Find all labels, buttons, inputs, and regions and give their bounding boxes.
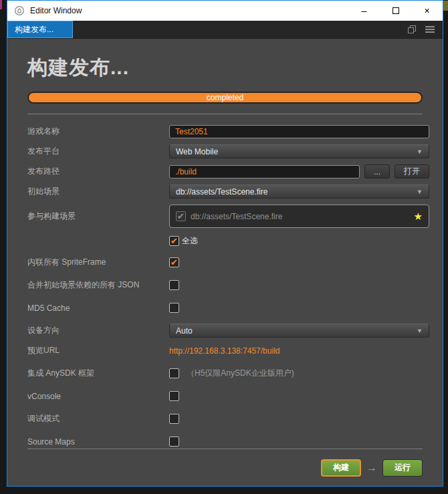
vconsole-checkbox[interactable] (169, 391, 179, 401)
window-controls: – × (348, 1, 443, 21)
row-build-path: 发布路径 ... 打开 (27, 164, 429, 178)
chevron-down-icon: ▼ (417, 148, 423, 155)
anysdk-label: 集成 AnySDK 框架 (27, 368, 169, 379)
inline-spriteframe-label: 内联所有 SpriteFrame (27, 257, 169, 268)
row-merge-json: 合并初始场景依赖的所有 JSON (27, 278, 429, 292)
row-vconsole: vConsole (27, 389, 429, 403)
scene-item-path: db://assets/TestScene.fire (191, 212, 414, 221)
debug-mode-label: 调试模式 (27, 413, 169, 424)
build-progress-bar: completed (27, 92, 423, 104)
divider-top (27, 114, 423, 114)
row-inline-spriteframe: 内联所有 SpriteFrame ✔ (27, 255, 429, 269)
tabbar-actions (408, 21, 443, 38)
select-all-checkbox[interactable]: ✔ (169, 236, 179, 246)
start-scene-selected-value: db://assets/TestScene.fire (176, 187, 267, 197)
panel-menu-icon[interactable] (425, 26, 435, 33)
minimize-icon: – (362, 5, 367, 16)
merge-json-label: 合并初始场景依赖的所有 JSON (27, 279, 169, 291)
row-anysdk: 集成 AnySDK 框架 （H5仅限AnySDK企业版用户) (27, 366, 429, 380)
game-name-label: 游戏名称 (27, 126, 169, 137)
background-accent-left (0, 0, 2, 9)
row-platform: 发布平台 Web Mobile ▼ (27, 144, 429, 158)
md5-cache-label: MD5 Cache (27, 303, 169, 313)
vconsole-label: vConsole (27, 392, 169, 401)
browse-path-button[interactable]: ... (364, 164, 390, 178)
run-button[interactable]: 运行 (382, 459, 423, 477)
md5-cache-checkbox[interactable] (169, 303, 179, 313)
check-icon: ✔ (177, 212, 185, 221)
scene-item-checkbox: ✔ (176, 211, 186, 221)
row-start-scene: 初始场景 db://assets/TestScene.fire ▼ (27, 184, 429, 199)
row-game-name: 游戏名称 (27, 124, 429, 138)
orientation-label: 设备方向 (27, 325, 169, 336)
close-button[interactable]: × (411, 1, 443, 21)
inline-spriteframe-checkbox[interactable]: ✔ (169, 257, 179, 267)
row-md5-cache: MD5 Cache (27, 301, 429, 315)
build-path-input[interactable] (169, 165, 360, 178)
progress-status-text: completed (207, 93, 243, 102)
platform-select[interactable]: Web Mobile ▼ (169, 144, 429, 158)
app-logo-icon (14, 5, 25, 16)
start-scene-select[interactable]: db://assets/TestScene.fire ▼ (169, 184, 429, 199)
scenes-label: 参与构建场景 (27, 211, 169, 222)
maximize-icon (393, 7, 399, 14)
anysdk-note: （H5仅限AnySDK企业版用户) (187, 368, 294, 379)
platform-selected-value: Web Mobile (176, 147, 218, 156)
scene-list-panel: ✔ db://assets/TestScene.fire ★ (169, 205, 429, 228)
orientation-select[interactable]: Auto ▼ (169, 324, 429, 338)
build-panel: 构建发布... completed 游戏名称 发布平台 Web Mobile ▼ (7, 39, 443, 449)
check-icon: ✔ (171, 237, 178, 245)
editor-window: Editor Window – × 构建发布... 构建发布... comple… (7, 0, 443, 487)
background-accent-right (443, 1, 448, 11)
tab-build-publish[interactable]: 构建发布... (7, 21, 73, 38)
row-preview-url: 预览URL http://192.168.3.138:7457/build (27, 344, 429, 358)
titlebar: Editor Window – × (7, 1, 443, 21)
build-settings-form: 游戏名称 发布平台 Web Mobile ▼ 发布路径 ... (27, 124, 429, 449)
debug-mode-checkbox[interactable] (169, 414, 179, 424)
maximize-button[interactable] (380, 1, 411, 21)
tab-bar: 构建发布... (7, 21, 443, 39)
preview-url-label: 预览URL (27, 345, 169, 356)
page-title: 构建发布... (27, 54, 429, 82)
preview-url-link[interactable]: http://192.168.3.138:7457/build (169, 346, 279, 356)
row-select-all: ✔ 全选 (27, 234, 429, 248)
merge-json-checkbox[interactable] (169, 280, 179, 290)
source-maps-label: Source Maps (27, 437, 169, 447)
window-title: Editor Window (30, 6, 82, 15)
build-path-label: 发布路径 (27, 166, 169, 177)
arrow-right-icon: → (366, 462, 377, 474)
chevron-down-icon: ▼ (417, 328, 423, 334)
source-maps-checkbox[interactable] (169, 437, 179, 447)
start-scene-label: 初始场景 (27, 186, 169, 197)
platform-label: 发布平台 (27, 146, 169, 157)
anysdk-checkbox[interactable] (169, 368, 179, 378)
close-icon: × (424, 5, 429, 16)
minimize-button[interactable]: – (348, 1, 380, 21)
game-name-input[interactable] (169, 125, 429, 138)
row-orientation: 设备方向 Auto ▼ (27, 324, 429, 338)
build-button[interactable]: 构建 (321, 459, 361, 477)
open-path-button[interactable]: 打开 (395, 164, 429, 178)
row-scenes-list: 参与构建场景 ✔ db://assets/TestScene.fire ★ (27, 205, 429, 228)
row-debug-mode: 调试模式 (27, 412, 429, 426)
row-source-maps: Source Maps (27, 435, 429, 449)
tab-label: 构建发布... (15, 24, 53, 35)
footer-actions: 构建 → 运行 (27, 449, 423, 486)
select-all-label: 全选 (182, 235, 198, 247)
float-panel-icon[interactable] (408, 25, 416, 33)
star-icon[interactable]: ★ (414, 211, 423, 221)
check-icon: ✔ (171, 258, 178, 267)
chevron-down-icon: ▼ (417, 189, 423, 195)
orientation-selected-value: Auto (176, 326, 193, 336)
